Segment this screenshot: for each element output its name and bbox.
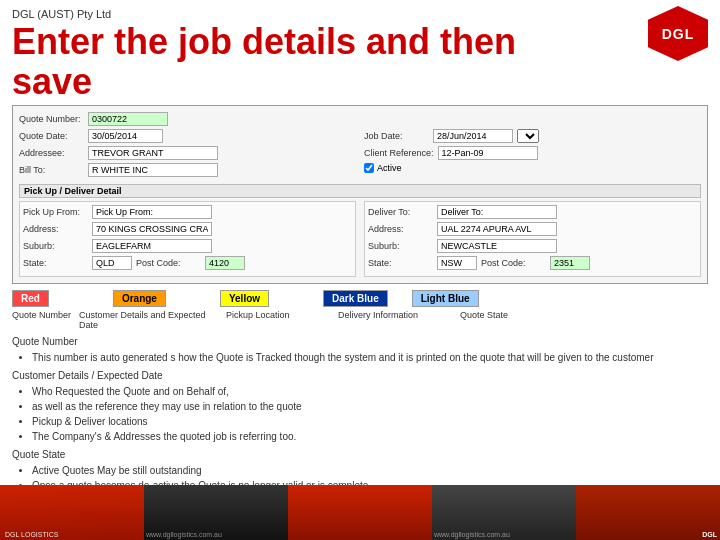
- pickup-suburb-input[interactable]: [92, 239, 212, 253]
- bill-to-label: Bill To:: [19, 165, 84, 175]
- deliver-address-row: Address:: [368, 222, 697, 236]
- legend-light-blue: Light Blue: [412, 290, 479, 307]
- customer-details-heading: Customer Details / Expected Date: [12, 368, 708, 383]
- bullet-4: The Company's & Addresses the quoted job…: [32, 429, 708, 444]
- footer-seg-2: www.dgllogistics.com.au: [144, 485, 288, 540]
- deliver-postcode-input[interactable]: [550, 256, 590, 270]
- pickup-postcode-input[interactable]: [205, 256, 245, 270]
- pickup-postcode-label: Post Code:: [136, 258, 201, 268]
- deliver-address-label: Address:: [368, 224, 433, 234]
- legend-section: Red Orange Yellow Dark Blue Light Blue Q…: [12, 290, 708, 330]
- bullet-3: Pickup & Deliver locations: [32, 414, 708, 429]
- quote-date-input[interactable]: [88, 129, 163, 143]
- client-ref-label: Client Reference:: [364, 148, 434, 158]
- quote-state-heading: Quote State: [12, 447, 708, 462]
- footer-website-1: www.dgllogistics.com.au: [146, 531, 222, 538]
- pickup-address-input[interactable]: [92, 222, 212, 236]
- company-name: DGL (AUST) Pty Ltd: [12, 8, 708, 20]
- legend-color-row: Red Orange Yellow Dark Blue Light Blue: [12, 290, 708, 307]
- job-date-row: Job Date:: [364, 129, 701, 143]
- page-title: Enter the job details and then save: [12, 22, 708, 101]
- legend-quote-state-label: Quote State: [460, 310, 540, 330]
- logo-text: DGL: [662, 26, 695, 42]
- deliver-suburb-input[interactable]: [437, 239, 557, 253]
- deliver-state-row: State: Post Code:: [368, 256, 697, 270]
- active-row: Active: [364, 163, 701, 173]
- legend-dark-blue: Dark Blue: [323, 290, 388, 307]
- deliver-address-input[interactable]: [437, 222, 557, 236]
- quote-number-heading: Quote Number: [12, 334, 708, 349]
- active-checkbox[interactable]: [364, 163, 374, 173]
- top-fields-section: Quote Date: Addressee: Bill To: Job Date…: [19, 129, 701, 180]
- legend-orange: Orange: [113, 290, 166, 307]
- deliver-suburb-label: Suburb:: [368, 241, 433, 251]
- quote-state-bullet-1: Active Quotes May be still outstanding: [32, 463, 708, 478]
- legend-customer-label: Customer Details and Expected Date: [79, 310, 224, 330]
- deliver-suburb-row: Suburb:: [368, 239, 697, 253]
- quote-number-label: Quote Number:: [19, 114, 84, 124]
- legend-yellow: Yellow: [220, 290, 269, 307]
- pickup-from-input[interactable]: [92, 205, 212, 219]
- body-section: Quote Number This number is auto generat…: [12, 334, 708, 493]
- legend-red: Red: [12, 290, 49, 307]
- footer-strip: DGL LOGISTICS www.dgllogistics.com.au ww…: [0, 485, 720, 540]
- deliver-postcode-label: Post Code:: [481, 258, 546, 268]
- deliver-to-label: Deliver To:: [368, 207, 433, 217]
- addressee-row: Addressee:: [19, 146, 356, 160]
- deliver-to-input[interactable]: [437, 205, 557, 219]
- quote-number-input[interactable]: [88, 112, 168, 126]
- pickup-col: Pick Up From: Address: Suburb: State: Po…: [19, 201, 356, 277]
- pickup-from-label: Pick Up From:: [23, 207, 88, 217]
- customer-details-bullets: Who Requested the Quote and on Behalf of…: [32, 384, 708, 444]
- deliver-col: Deliver To: Address: Suburb: State: Post…: [364, 201, 701, 277]
- pickup-state-row: State: Post Code:: [23, 256, 352, 270]
- right-fields: Job Date: Client Reference: Active: [364, 129, 701, 180]
- logo: DGL: [648, 6, 708, 61]
- legend-delivery-label: Delivery Information: [338, 310, 458, 330]
- pickup-deliver-section: Pick Up From: Address: Suburb: State: Po…: [19, 201, 701, 277]
- active-label: Active: [377, 163, 402, 173]
- quote-date-label: Quote Date:: [19, 131, 84, 141]
- quote-number-bullets: This number is auto generated s how the …: [32, 350, 708, 365]
- page-header: DGL (AUST) Pty Ltd Enter the job details…: [0, 0, 720, 105]
- pickup-state-label: State:: [23, 258, 88, 268]
- pickup-address-label: Address:: [23, 224, 88, 234]
- quote-number-desc: This number is auto generated s how the …: [32, 350, 708, 365]
- bill-to-input[interactable]: [88, 163, 218, 177]
- pickup-state-input[interactable]: [92, 256, 132, 270]
- footer-seg-3: [288, 485, 432, 540]
- quote-number-row: Quote Number:: [19, 112, 701, 126]
- bullet-1: Who Requested the Quote and on Behalf of…: [32, 384, 708, 399]
- left-fields: Quote Date: Addressee: Bill To:: [19, 129, 356, 180]
- footer-seg-5: DGL: [576, 485, 720, 540]
- form-container: Quote Number: Quote Date: Addressee: Bil…: [12, 105, 708, 284]
- deliver-state-input[interactable]: [437, 256, 477, 270]
- deliver-to-row: Deliver To:: [368, 205, 697, 219]
- legend-pickup-label: Pickup Location: [226, 310, 336, 330]
- pickup-address-row: Address:: [23, 222, 352, 236]
- addressee-label: Addressee:: [19, 148, 84, 158]
- legend-quote-number-label: Quote Number: [12, 310, 77, 330]
- pickup-deliver-header: Pick Up / Deliver Detail: [19, 184, 701, 198]
- legend-label-row: Quote Number Customer Details and Expect…: [12, 310, 708, 330]
- quote-date-row: Quote Date:: [19, 129, 356, 143]
- pickup-from-row: Pick Up From:: [23, 205, 352, 219]
- footer-logo-1: DGL LOGISTICS: [5, 531, 58, 538]
- footer-logo-2: DGL: [702, 531, 717, 538]
- footer-website-2: www.dgllogistics.com.au: [434, 531, 510, 538]
- job-date-input[interactable]: [433, 129, 513, 143]
- deliver-state-label: State:: [368, 258, 433, 268]
- job-date-select[interactable]: [517, 129, 539, 143]
- bill-to-row: Bill To:: [19, 163, 356, 177]
- pickup-suburb-label: Suburb:: [23, 241, 88, 251]
- footer-seg-4: www.dgllogistics.com.au: [432, 485, 576, 540]
- client-ref-input[interactable]: [438, 146, 538, 160]
- pickup-suburb-row: Suburb:: [23, 239, 352, 253]
- client-ref-row: Client Reference:: [364, 146, 701, 160]
- addressee-input[interactable]: [88, 146, 218, 160]
- job-date-label: Job Date:: [364, 131, 429, 141]
- bullet-2: as well as the reference they may use in…: [32, 399, 708, 414]
- footer-seg-1: DGL LOGISTICS: [0, 485, 144, 540]
